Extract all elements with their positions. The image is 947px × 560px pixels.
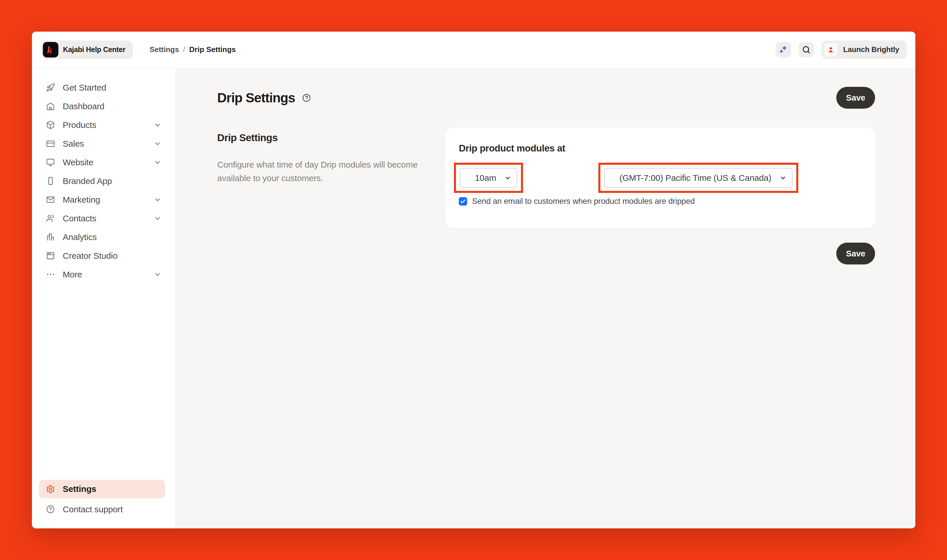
save-button-bottom[interactable]: Save — [836, 243, 875, 265]
launch-brightly-label: Launch Brightly — [843, 45, 899, 54]
section-description: Configure what time of day Drip modules … — [217, 158, 439, 185]
users-icon — [46, 214, 55, 223]
sidebar-item-more[interactable]: More — [32, 265, 175, 284]
help-circle-icon — [46, 505, 55, 514]
chevron-down-icon — [154, 271, 161, 278]
sidebar: Get Started Dashboard Products Sales — [32, 68, 176, 528]
timezone-select[interactable]: (GMT-7:00) Pacific Time (US & Canada) — [604, 168, 793, 188]
sidebar-item-creator-studio[interactable]: Creator Studio — [32, 246, 175, 265]
bar-chart-icon — [46, 232, 55, 242]
breadcrumb-settings[interactable]: Settings — [150, 45, 179, 54]
brand-name: Kajabi Help Center — [63, 45, 125, 54]
sidebar-item-settings[interactable]: Settings — [39, 480, 165, 498]
gear-icon — [46, 485, 55, 494]
main-content: Drip Settings Save Drip Settings Configu… — [176, 68, 915, 528]
breadcrumb: Settings / Drip Settings — [150, 45, 236, 54]
app-window: k Kajabi Help Center Settings / Drip Set… — [32, 32, 915, 528]
sidebar-item-website[interactable]: Website — [32, 153, 175, 172]
drip-time-select[interactable]: 10am — [460, 168, 517, 188]
page-title: Drip Settings — [217, 90, 295, 106]
email-notify-row: Send an email to customers when product … — [459, 197, 695, 206]
sidebar-item-marketing[interactable]: Marketing — [32, 190, 175, 209]
chevron-down-icon — [154, 121, 161, 129]
home-icon — [46, 102, 55, 111]
chevron-down-icon — [154, 158, 161, 166]
sidebar-item-get-started[interactable]: Get Started — [32, 78, 175, 97]
kajabi-logo-icon: k — [43, 42, 59, 57]
topbar-actions: Launch Brightly — [776, 40, 907, 59]
timezone-value: (GMT-7:00) Pacific Time (US & Canada) — [612, 173, 779, 183]
drip-time-value: 10am — [467, 173, 504, 183]
settings-label: Settings — [63, 484, 96, 494]
time-select-highlight: 10am — [454, 163, 523, 193]
chevron-down-icon — [154, 214, 161, 222]
launch-brightly-button[interactable]: Launch Brightly — [822, 40, 907, 59]
sidebar-item-contact-support[interactable]: Contact support — [32, 500, 175, 518]
breadcrumb-separator: / — [183, 45, 185, 54]
timezone-select-highlight: (GMT-7:00) Pacific Time (US & Canada) — [598, 163, 798, 193]
sidebar-nav: Get Started Dashboard Products Sales — [32, 78, 175, 284]
chevron-down-icon — [154, 196, 161, 203]
contact-support-label: Contact support — [63, 505, 123, 514]
sidebar-item-contacts[interactable]: Contacts — [32, 209, 175, 228]
ellipsis-icon — [46, 270, 55, 279]
search-icon — [802, 45, 811, 54]
box-icon — [46, 120, 55, 129]
sidebar-item-dashboard[interactable]: Dashboard — [32, 97, 175, 115]
brand-home-button[interactable]: k Kajabi Help Center — [42, 40, 133, 59]
credit-card-icon — [46, 139, 55, 148]
breadcrumb-current: Drip Settings — [189, 45, 236, 54]
drip-modules-at-label: Drip product modules at — [459, 143, 565, 154]
caret-down-icon — [779, 174, 787, 182]
sidebar-item-branded-app[interactable]: Branded App — [32, 172, 175, 190]
top-bar: k Kajabi Help Center Settings / Drip Set… — [32, 32, 915, 68]
smartphone-icon — [46, 177, 55, 185]
person-icon — [824, 43, 837, 56]
drip-settings-card: Drip product modules at 10am (GMT-7:00) … — [445, 128, 875, 228]
mail-icon — [46, 195, 55, 204]
monitor-icon — [46, 158, 55, 167]
assistant-button[interactable] — [776, 42, 791, 57]
sparkles-icon — [779, 45, 788, 54]
caret-down-icon — [504, 174, 512, 182]
browser-icon — [46, 251, 55, 260]
section-title: Drip Settings — [217, 132, 278, 143]
chevron-down-icon — [154, 140, 161, 148]
sidebar-item-products[interactable]: Products — [32, 115, 175, 134]
sidebar-footer: Settings Contact support — [32, 480, 175, 518]
email-notify-label: Send an email to customers when product … — [472, 197, 695, 206]
sidebar-item-sales[interactable]: Sales — [32, 134, 175, 153]
search-button[interactable] — [799, 42, 814, 57]
save-button-top[interactable]: Save — [836, 87, 875, 109]
email-notify-checkbox[interactable] — [459, 197, 467, 206]
page-header: Drip Settings Save — [217, 87, 875, 109]
page-help-icon[interactable] — [302, 94, 311, 102]
sidebar-item-analytics[interactable]: Analytics — [32, 228, 175, 246]
svg-text:k: k — [47, 45, 52, 55]
rocket-icon — [46, 83, 55, 92]
